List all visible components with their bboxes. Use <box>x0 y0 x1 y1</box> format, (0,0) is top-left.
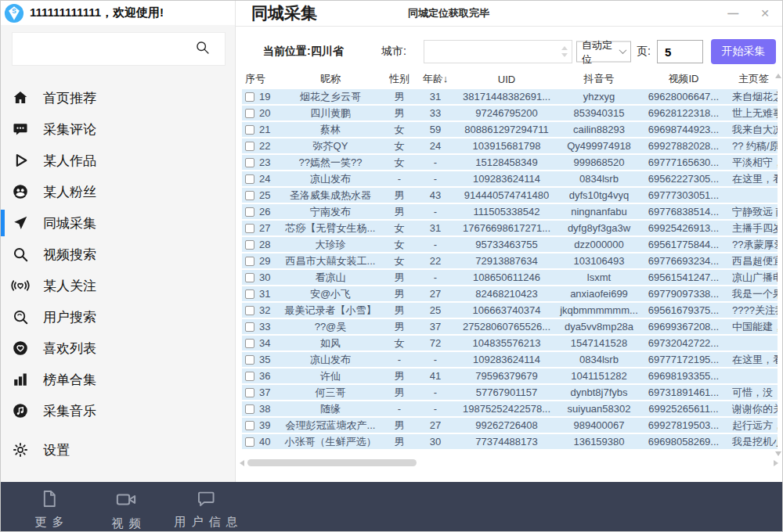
row-checkbox[interactable] <box>245 158 254 167</box>
cell-video-id: 69628122318... <box>640 107 727 119</box>
table-row[interactable]: 32最美记录者【小雪】男25106663740374jkqbmmmmmm...6… <box>242 303 778 318</box>
column-header-4[interactable]: UID <box>455 74 558 85</box>
close-button[interactable]: ✕ <box>760 8 770 19</box>
current-location-label: 当前位置:四川省 <box>263 45 344 59</box>
scroll-up-icon[interactable] <box>775 74 781 78</box>
cell-bio: 中国能建， <box>727 320 778 334</box>
start-collect-button[interactable]: 开始采集 <box>711 39 776 64</box>
cell-bio: 可惜，没 <box>727 386 778 400</box>
cell-uid: 104835576213 <box>455 337 558 349</box>
sidebar-item-home[interactable]: 首页推荐 <box>1 82 235 113</box>
cell-index: 21 <box>242 124 278 135</box>
row-checkbox[interactable] <box>245 92 254 102</box>
sidebar-item-user-works[interactable]: 某人作品 <box>1 145 235 176</box>
column-header-3[interactable]: 年龄↓ <box>416 72 455 86</box>
cell-video-id: 69779097338... <box>640 288 727 300</box>
table-row[interactable]: 28大珍珍女-95733463755dzz00000069561775844..… <box>242 237 778 252</box>
table-row[interactable]: 24凉山发布--1092836241140834lsrb69562227305.… <box>242 171 778 186</box>
page-count-input[interactable] <box>657 40 703 63</box>
table-row[interactable]: 36许仙男4179596379679104115128269698193355.… <box>242 368 778 383</box>
row-checkbox[interactable] <box>245 306 254 315</box>
bottom-bar-item-more[interactable]: 更多 <box>30 488 70 530</box>
table-row[interactable]: 38随缘--19875252422578...suiyuan5830269925… <box>242 401 778 416</box>
sidebar-item-like-list[interactable]: 喜欢列表 <box>1 332 235 364</box>
bottom-bar-item-user-info[interactable]: 用户信息 <box>169 488 244 530</box>
cell-gender: 女 <box>383 336 416 350</box>
table-row[interactable]: 23??嫣然一笑??女-1512845834999986852069777165… <box>242 155 778 170</box>
row-checkbox[interactable] <box>245 421 254 430</box>
row-checkbox[interactable] <box>245 174 254 184</box>
table-row[interactable]: 22弥芥QY女24103915681798Qy49997491869927882… <box>242 138 778 153</box>
spinner-up-icon[interactable] <box>561 46 568 50</box>
column-header-5[interactable]: 抖音号 <box>558 72 640 86</box>
bottom-bar-item-video[interactable]: 视频 <box>106 488 146 531</box>
table-row[interactable]: 40小张哥（生鲜严选）男3077374488173136159380696980… <box>242 434 778 449</box>
table-row[interactable]: 27芯痧【无臂女生杨...女3117676698617271...dyfg8yf… <box>242 221 778 235</box>
sidebar-item-user-follows[interactable]: 某人关注 <box>1 270 235 301</box>
table-row[interactable]: 26宁南发布男-111505338542ningnanfabu697768385… <box>242 204 778 219</box>
sidebar-item-user-fans[interactable]: 某人粉丝 <box>1 176 235 207</box>
table-row[interactable]: 20四川黄鹏男339724679520085394031569628122318… <box>242 106 778 120</box>
table-row[interactable]: 19烟花之乡云哥男3138171448382691...yhzxyg696280… <box>242 89 778 104</box>
table-row[interactable]: 29西昌市大囍女装工...女22729138876341031064936977… <box>242 253 778 268</box>
row-checkbox[interactable] <box>245 339 254 348</box>
table-row[interactable]: 25圣洛威集成热水器男43914440574741480dyfs10tg4vyq… <box>242 188 778 203</box>
row-checkbox[interactable] <box>245 289 254 299</box>
column-header-6[interactable]: 视频ID <box>640 72 727 86</box>
cell-nickname: 宁南发布 <box>278 205 383 219</box>
scroll-left-icon[interactable] <box>240 460 244 466</box>
sidebar-item-rank-collection[interactable]: 榜单合集 <box>1 364 235 395</box>
sidebar-item-collect-comments[interactable]: 采集评论 <box>1 113 235 145</box>
scroll-right-icon[interactable] <box>774 460 778 466</box>
row-checkbox[interactable] <box>245 240 254 250</box>
table-row[interactable]: 21蔡林女59808861297294711cailin882936969874… <box>242 122 778 137</box>
row-checkbox[interactable] <box>245 322 254 332</box>
locate-mode-select[interactable]: 自动定位 <box>576 41 631 63</box>
sidebar-item-city-collect[interactable]: 同城采集 <box>1 207 235 239</box>
row-checkbox[interactable] <box>245 109 254 118</box>
table-row[interactable]: 39会理彭冠蓝塘农产...男27992627264089894000676992… <box>242 418 778 433</box>
row-checkbox[interactable] <box>245 224 254 233</box>
row-checkbox[interactable] <box>245 207 254 217</box>
row-checkbox[interactable] <box>245 273 254 282</box>
city-input[interactable] <box>424 41 572 63</box>
cell-age: 31 <box>416 91 455 102</box>
table-row[interactable]: 30看凉山男-108650611246lsxmt69561541247...凉山… <box>242 270 778 285</box>
row-checkbox[interactable] <box>245 355 254 365</box>
sidebar-nav: 首页推荐采集评论某人作品某人粉丝同城采集视频搜索某人关注用户搜索喜欢列表榜单合集… <box>1 82 235 426</box>
minimize-button[interactable]: — <box>727 8 738 19</box>
table-row[interactable]: 33??@吴男3727528060765526...dya5vv8mp28a69… <box>242 319 778 334</box>
table-row[interactable]: 31安@小飞男2782468210423anxiaofei69969779097… <box>242 286 778 301</box>
row-checkbox[interactable] <box>245 404 254 414</box>
column-header-1[interactable]: 昵称 <box>278 72 383 86</box>
sidebar-item-settings[interactable]: 设置 <box>1 434 235 466</box>
sidebar-search-box[interactable] <box>12 32 226 66</box>
column-header-7[interactable]: 主页签 <box>727 72 778 86</box>
cell-age: 33 <box>416 107 455 119</box>
scroll-down-icon[interactable] <box>775 451 781 456</box>
row-checkbox[interactable] <box>245 437 254 447</box>
horizontal-scrollbar[interactable] <box>237 458 781 468</box>
cell-age: - <box>416 173 455 185</box>
column-header-0[interactable]: 序号 <box>242 72 278 86</box>
row-checkbox[interactable] <box>245 257 254 266</box>
cell-gender: 男 <box>383 435 416 449</box>
search-icon[interactable] <box>194 39 211 59</box>
row-checkbox[interactable] <box>245 142 254 151</box>
sidebar: S 111111111111，欢迎使用! 首页推荐采集评论某人作品某人粉丝同城采… <box>1 1 236 482</box>
column-header-2[interactable]: 性别 <box>383 72 416 86</box>
table-row[interactable]: 34如风女72104835576213154714152869732042722… <box>242 336 778 350</box>
row-checkbox[interactable] <box>245 125 254 135</box>
cell-video-id: 69925265611... <box>640 403 727 415</box>
spinner-down-icon[interactable] <box>561 53 568 57</box>
table-row[interactable]: 35凉山发布--1092836241140834lsrb69777172195.… <box>242 352 778 367</box>
sidebar-item-video-search[interactable]: 视频搜索 <box>1 239 235 270</box>
row-checkbox[interactable] <box>245 372 254 381</box>
sidebar-item-user-search[interactable]: 用户搜索 <box>1 301 235 332</box>
table-row[interactable]: 37何三哥男-57767901157dynbt8j7fybs6973189146… <box>242 385 778 400</box>
scrollbar-thumb[interactable] <box>247 459 417 466</box>
sidebar-item-collect-music[interactable]: 采集音乐 <box>1 395 235 426</box>
row-checkbox[interactable] <box>245 388 254 397</box>
cell-index: 22 <box>242 140 278 152</box>
row-checkbox[interactable] <box>245 191 254 200</box>
